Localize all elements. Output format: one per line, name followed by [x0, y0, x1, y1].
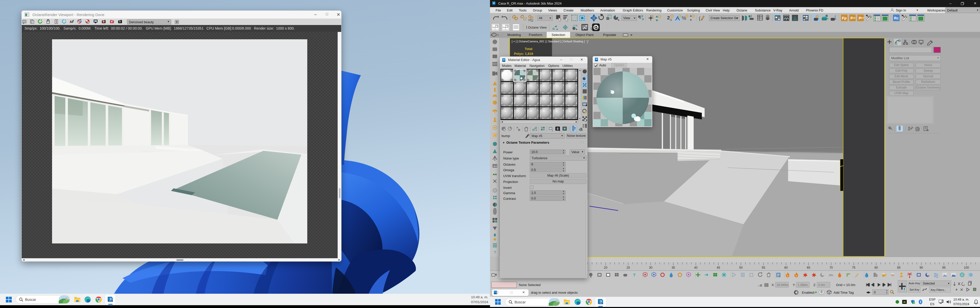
- svg-text:60: 60: [784, 266, 788, 270]
- svg-text:50: 50: [739, 266, 743, 270]
- svg-text:25: 25: [627, 266, 630, 270]
- svg-text:3: 3: [596, 58, 597, 60]
- svg-text:3: 3: [503, 59, 504, 61]
- svg-text:SET: SET: [860, 17, 864, 19]
- svg-text:20: 20: [604, 266, 608, 270]
- svg-text:All: All: [539, 16, 542, 20]
- svg-text:2: 2: [667, 15, 670, 21]
- svg-text:70: 70: [829, 266, 833, 270]
- svg-text:Rc: Rc: [894, 16, 899, 20]
- svg-text:95: 95: [942, 266, 946, 270]
- svg-text:OD: OD: [853, 17, 856, 19]
- svg-text:30: 30: [649, 266, 652, 270]
- svg-text:55: 55: [762, 266, 765, 270]
- svg-text:0: 0: [557, 127, 558, 131]
- svg-text:45: 45: [717, 266, 720, 270]
- svg-text:100: 100: [964, 266, 969, 270]
- svg-text:80: 80: [875, 266, 878, 270]
- svg-text:Polys: 1,616: Polys: 1,616: [514, 52, 533, 56]
- svg-text:AF: AF: [70, 20, 74, 24]
- svg-text:MAX: MAX: [109, 300, 112, 302]
- svg-text:75: 75: [852, 266, 856, 270]
- svg-text:View: View: [623, 16, 630, 20]
- svg-text:35: 35: [671, 266, 675, 270]
- svg-text:90: 90: [920, 266, 923, 270]
- svg-text:.5: .5: [670, 19, 672, 21]
- svg-text:Fp: Fp: [842, 16, 846, 20]
- svg-text:?: ?: [494, 250, 496, 254]
- svg-text:Total: Total: [525, 47, 532, 51]
- svg-text:MAX: MAX: [600, 303, 603, 304]
- svg-text:[ + ] [ OctaneCamera_001 ] [ S: [ + ] [ OctaneCamera_001 ] [ Standard ] …: [512, 40, 585, 43]
- svg-text:3: 3: [493, 2, 495, 4]
- svg-text:85: 85: [897, 266, 900, 270]
- svg-text:40: 40: [694, 266, 698, 270]
- svg-text:⌉ Octane View: ⌉ Octane View: [526, 25, 547, 29]
- svg-text:65: 65: [807, 266, 811, 270]
- svg-text:?: ?: [633, 273, 635, 278]
- svg-text:{: {: [699, 16, 700, 21]
